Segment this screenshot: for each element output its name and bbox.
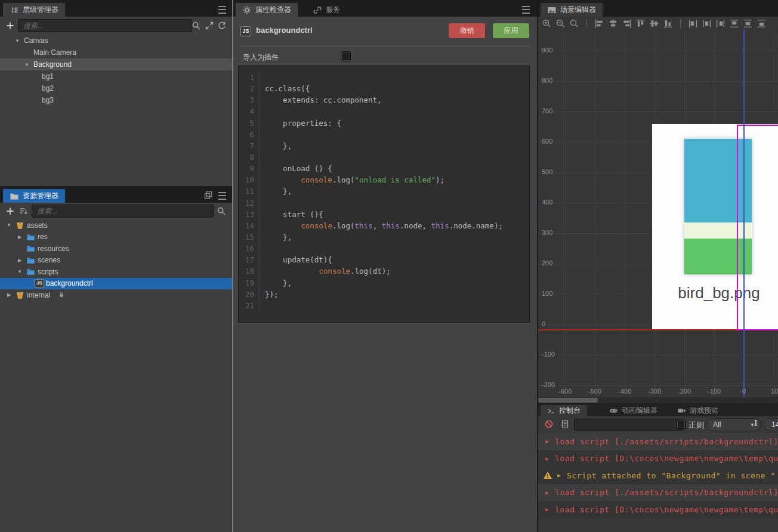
inspector-menu-icon[interactable] [522,6,530,14]
asset-node-assets[interactable]: ▼assets [0,219,232,231]
code-token: this [355,221,373,230]
log-expand-icon[interactable]: ▶ [545,438,549,444]
log-expand-icon[interactable]: ▶ [545,490,549,496]
font-size-icon[interactable]: I [754,419,757,428]
align-center-v-icon[interactable] [649,18,659,29]
grid-vline [565,30,566,397]
log-expand-icon[interactable]: ▶ [557,472,561,478]
log-level-dropdown[interactable]: All ▼ [706,418,761,431]
hierarchy-node-bg1[interactable]: bg1 [0,70,232,82]
sort-icon[interactable] [18,206,28,216]
hierarchy-menu-icon[interactable] [218,6,226,14]
zoom-one-icon[interactable] [569,18,579,29]
apply-button[interactable]: 应用 [493,23,529,38]
align-top-icon[interactable] [635,18,646,29]
tree-expand-icon[interactable]: ▶ [17,258,23,263]
scene-toolbar [542,17,778,30]
tree-collapse-icon[interactable]: ▼ [24,62,30,67]
hierarchy-tabbar: 层级管理器 [0,0,232,17]
tab-game-preview[interactable]: 游戏预览 [671,405,725,416]
dist-center-v-icon[interactable] [743,18,753,29]
popout-icon[interactable] [203,190,213,200]
assets-search-input[interactable] [32,205,214,218]
code-line: 10 console.log("onload is called"); [239,174,529,185]
tree-expand-icon[interactable]: ▶ [6,292,12,298]
scene-hscrollbar-thumb[interactable] [538,398,598,403]
code-editor[interactable]: 12cc.class({3 extends: cc.component,45 p… [238,66,530,323]
line-number: 15 [239,231,260,243]
dist-center-h-icon[interactable] [702,18,712,29]
tree-collapse-icon[interactable]: ▼ [6,222,12,228]
tab-service[interactable]: 服务 [306,3,347,17]
log-expand-icon[interactable]: ▶ [545,456,549,462]
tab-hierarchy[interactable]: 层级管理器 [3,3,65,17]
grid-hline [538,355,778,355]
code-token: , [373,221,382,230]
tree-collapse-icon[interactable]: ▼ [14,38,20,44]
undo-button[interactable]: 撤销 [449,23,485,38]
tab-animation-editor[interactable]: 动画编辑器 [603,405,664,416]
log-expand-icon[interactable]: ▶ [545,506,549,512]
ruler-x-label: -300 [648,388,661,395]
hierarchy-node-background[interactable]: ▼Background [0,58,232,70]
regex-checkbox[interactable] [677,420,686,429]
align-center-h-icon[interactable] [608,18,618,29]
code-text [260,129,265,140]
tab-inspector[interactable]: 属性检查器 [236,3,298,17]
hierarchy-node-bg3[interactable]: bg3 [0,94,232,106]
tree-expand-icon[interactable]: ▶ [17,234,23,240]
clear-console-icon[interactable] [544,419,554,429]
inspector-tabbar: 属性检查器 服务 [233,0,537,17]
create-node-button[interactable] [5,21,15,30]
hierarchy-node-bg2[interactable]: bg2 [0,82,232,94]
hierarchy-search-icon[interactable] [192,21,201,30]
zoom-in-icon[interactable] [542,18,552,29]
line-number: 17 [239,254,260,265]
dist-right-icon[interactable] [715,18,725,29]
console-log-row[interactable]: ▶load script [D:\cocos\newgame\newgame\t… [538,501,778,518]
dist-top-icon[interactable] [729,18,739,29]
script-name: backgroundctrl [256,26,313,35]
asset-node-scenes[interactable]: ▶scenes [0,255,232,267]
refresh-icon[interactable] [217,21,227,30]
assets-search-icon[interactable] [217,206,226,216]
tab-scene[interactable]: 场景编辑器 [541,3,603,17]
create-asset-button[interactable] [5,206,15,216]
console-warn-row[interactable]: ▶Script attached to "Background" in scen… [538,467,778,484]
assets-menu-icon[interactable] [218,192,226,200]
zoom-out-icon[interactable] [555,18,566,29]
ruler-y-label: 700 [542,107,552,115]
ruler-y-label: 400 [542,199,552,206]
import-as-plugin-checkbox[interactable] [341,51,351,61]
tree-collapse-icon[interactable]: ▼ [17,269,23,274]
tab-console[interactable]: 控制台 [541,405,587,416]
tab-assets[interactable]: 资源管理器 [3,189,65,203]
log-text: load script [./assets/scripts/background… [555,437,778,446]
align-bottom-icon[interactable] [663,18,673,29]
code-text: properties: { [260,117,341,129]
console-filter-input[interactable] [574,419,684,431]
hierarchy-node-main-camera[interactable]: Main Camera [0,47,232,58]
code-token: .log(dt); [350,267,391,276]
expand-all-icon[interactable] [205,21,214,30]
scene-viewport[interactable]: bird_bg.png 9008007006005004003002001000… [538,30,778,397]
asset-node-res[interactable]: ▶res [0,231,232,243]
hierarchy-search-input[interactable] [18,19,192,32]
dist-left-icon[interactable] [688,18,698,29]
console-log-row[interactable]: ▶load script [D:\cocos\newgame\newgame\t… [538,450,778,468]
align-right-icon[interactable] [622,18,632,29]
asset-node-scripts[interactable]: ▼scripts [0,266,232,278]
console-log-row[interactable]: ▶load script [./assets/scripts/backgroun… [538,433,778,450]
font-size-field[interactable]: 14 [764,418,778,431]
dist-bottom-icon[interactable] [757,18,767,29]
asset-node-resources[interactable]: resources [0,243,232,255]
asset-node-backgroundctrl[interactable]: JSbackgroundctrl [0,278,232,290]
console-log-row[interactable]: ▶load script [./assets/scripts/backgroun… [538,484,778,502]
asset-node-internal[interactable]: ▶internal [0,289,232,301]
service-link-icon [313,5,322,15]
node-label: bg2 [42,84,54,92]
ruler-y-label: 600 [542,138,552,145]
align-left-icon[interactable] [594,18,604,29]
hierarchy-node-canvas[interactable]: ▼Canvas [0,35,232,47]
collapse-log-icon[interactable] [560,419,570,429]
